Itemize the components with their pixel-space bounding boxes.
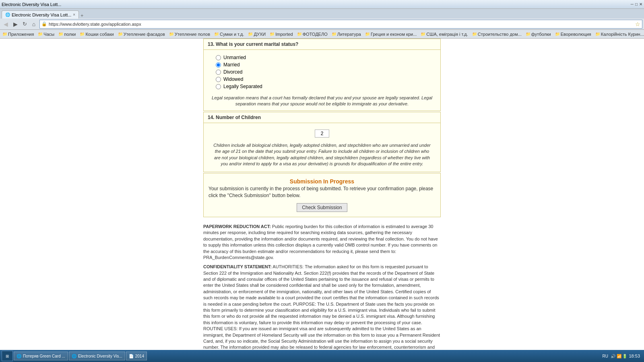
bookmark-label: Часы [43,32,54,37]
radio-item-unmarried: Unmarried [216,55,428,60]
bookmark-icon: 📁 [2,32,7,36]
check-submission-button[interactable]: Check Submission [297,203,347,212]
bookmark-photodelo[interactable]: 📁 ФОТОДЕЛО [295,31,329,37]
bookmark-insulation-facades[interactable]: 📁 Утепление фасадов [116,31,167,37]
bookmark-label: Приложения [8,32,34,37]
tab-close-btn[interactable]: × [73,12,75,17]
home-btn[interactable]: ⌂ [30,20,38,28]
minimize-btn[interactable]: ─ [631,2,634,6]
start-button[interactable]: ⊞ [2,351,13,361]
bookmark-label: ДУХИ [254,32,266,37]
bookmark-bags[interactable]: 📁 Сумки и т.д. [213,31,246,37]
bookmark-usa-emigration[interactable]: 📁 США, еміграція і т.д. [419,31,469,37]
taskbar-right: RU 🔊 📶 🔋 18:53 [602,354,642,358]
bookmark-construction[interactable]: 📁 Строительство дом... [471,31,523,37]
paperwork-note: PAPERWORK REDUCTION ACT: Public reportin… [203,224,441,261]
bookmark-eurorevolution[interactable]: 📁 Евореволюция [553,31,593,37]
bookmark-apps[interactable]: 📁 Приложения [1,31,35,37]
radio-unmarried[interactable] [216,55,221,60]
clock: 18:53 [629,354,640,358]
bookmark-label: Кошки собаки [85,32,114,37]
browser-tab[interactable]: 🌐 Electronic Diversity Visa Lott... × [2,10,79,19]
maximize-btn[interactable]: □ [635,2,638,6]
taskbar-item-icon: 🌐 [72,354,76,358]
confidentiality-text: AUTHORITIES: The information asked for o… [203,264,440,352]
taskbar-item-label: Потеряв Green Card ... [23,354,65,358]
bookmark-calories[interactable]: 📁 Калорійність Курин... [594,31,644,37]
radio-widowed[interactable] [216,77,221,82]
bookmark-icon: 📁 [526,32,530,36]
bookmark-icon: 📁 [58,32,63,36]
browser-title: Electronic Diversity Visa Lott... [2,2,61,7]
radio-item-legally-separated: Legally Separated [216,84,428,89]
bookmark-imported[interactable]: 📁 Imported [268,31,294,37]
submission-title: Submission In Progress [208,178,436,185]
label-widowed: Widowed [223,76,243,82]
title-bar: Electronic Diversity Visa Lott... ─ □ ✕ [0,0,644,9]
bookmark-icon: 📁 [297,32,302,36]
bookmark-literature[interactable]: 📁 Литература [330,31,363,37]
system-tray: RU 🔊 📶 🔋 [602,354,627,358]
bookmark-label: Утепление полов [175,32,210,37]
taskbar-item-label: 2014 [135,354,144,358]
bookmark-icon: 📁 [80,32,85,36]
bookmark-icon: 📁 [38,32,43,36]
bookmark-star-icon[interactable]: ☆ [635,21,640,27]
taskbar: ⊞ 🌐 Потеряв Green Card ... 🌐 Electronic … [0,350,644,362]
refresh-btn[interactable]: ↻ [21,21,28,28]
bookmark-icon: 📁 [595,32,600,36]
tray-icons: 🔊 📶 🔋 [611,354,627,358]
submission-message: Your submission is currently in the proc… [208,185,436,199]
bookmark-icon: 📁 [365,32,370,36]
forward-btn[interactable]: ▶ [11,20,19,28]
paperwork-text: Public reporting burden for this collect… [203,224,438,260]
submission-section: Submission In Progress Your submission i… [203,173,441,217]
label-divorced: Divorced [223,69,242,75]
lock-icon: 🔒 [41,21,47,27]
nav-bar: ◀ ▶ ↻ ⌂ 🔒 https://www.dvlottery.state.go… [0,19,644,30]
new-tab-btn[interactable]: + [80,13,83,19]
tab-favicon: 🌐 [5,12,10,17]
taskbar-item-dv-lottery[interactable]: 🌐 Electronic Diversity Vis... [69,352,125,360]
radio-divorced[interactable] [216,70,221,75]
bookmark-icon: 📁 [169,32,174,36]
paperwork-title: PAPERWORK REDUCTION ACT: [203,224,271,229]
bookmark-icon: 📁 [118,32,123,36]
bookmark-label: Евореволюция [561,32,591,37]
bookmark-hours[interactable]: 📁 Часы [36,31,56,37]
radio-legally-separated[interactable] [216,84,221,89]
language-indicator: RU [602,354,608,358]
bookmark-cats-dogs[interactable]: 📁 Кошки собаки [78,31,115,37]
bookmark-icon: 📁 [555,32,560,36]
footer-notes: PAPERWORK REDUCTION ACT: Public reportin… [203,220,441,352]
bookmark-label: США, еміграція і т.д. [426,32,468,37]
legal-separation-note: Legal separation means that a court has … [208,95,436,107]
question-14-header: 14. Number of Children [204,112,440,123]
bookmark-shelves[interactable]: 📁 полки [57,31,77,37]
bookmark-icon: 📁 [332,32,336,36]
bookmark-label: футболки [531,32,551,37]
url-text: https://www.dvlottery.state.gov/applicat… [49,22,634,27]
taskbar-item-green-card[interactable]: 🌐 Потеряв Green Card ... [14,352,68,360]
question-13-section: 13. What is your current marital status?… [203,39,441,111]
back-btn[interactable]: ◀ [2,20,10,28]
bookmark-insulation-floors[interactable]: 📁 Утепление полов [167,31,212,37]
children-input-container [208,126,436,141]
radio-item-widowed: Widowed [216,76,428,82]
page-content: 13. What is your current marital status?… [0,39,644,352]
label-unmarried: Unmarried [223,55,246,60]
question-14-section: 14. Number of Children Children include … [203,112,441,173]
bookmark-label: Сумки и т.д. [220,32,244,37]
bookmark-tshirts[interactable]: 📁 футболки [524,31,553,37]
address-bar[interactable]: 🔒 https://www.dvlottery.state.gov/applic… [39,20,642,29]
number-of-children-input[interactable] [315,130,329,138]
taskbar-item-icon: 📄 [129,354,134,358]
taskbar-item-2014[interactable]: 📄 2014 [126,352,147,360]
bookmark-label: полки [64,32,76,37]
question-13-header: 13. What is your current marital status? [204,39,440,50]
bookmark-greece[interactable]: 📁 Греция и економ кри... [363,31,418,37]
close-btn[interactable]: ✕ [639,2,642,6]
bookmark-perfume[interactable]: 📁 ДУХИ [246,31,267,37]
bookmark-icon: 📁 [472,32,477,36]
radio-married[interactable] [216,62,221,68]
